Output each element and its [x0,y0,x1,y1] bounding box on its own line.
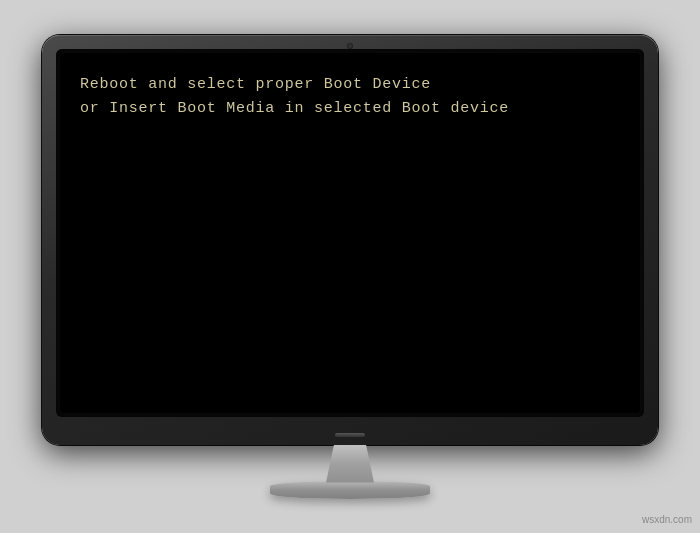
camera-dot [347,43,353,49]
monitor-outer: Reboot and select proper Boot Device or … [42,35,658,445]
screen-line1: Reboot and select proper Boot Device [80,76,431,93]
monitor-logo-bar [335,433,365,437]
monitor-wrapper: Reboot and select proper Boot Device or … [42,35,658,499]
stand-base [270,481,430,499]
watermark: wsxdn.com [642,514,692,525]
screen-line2: or Insert Boot Media in selected Boot de… [80,100,509,117]
monitor-bezel: Reboot and select proper Boot Device or … [56,49,644,417]
screen: Reboot and select proper Boot Device or … [60,53,640,413]
screen-text: Reboot and select proper Boot Device or … [80,73,509,121]
stand-neck [310,445,390,483]
